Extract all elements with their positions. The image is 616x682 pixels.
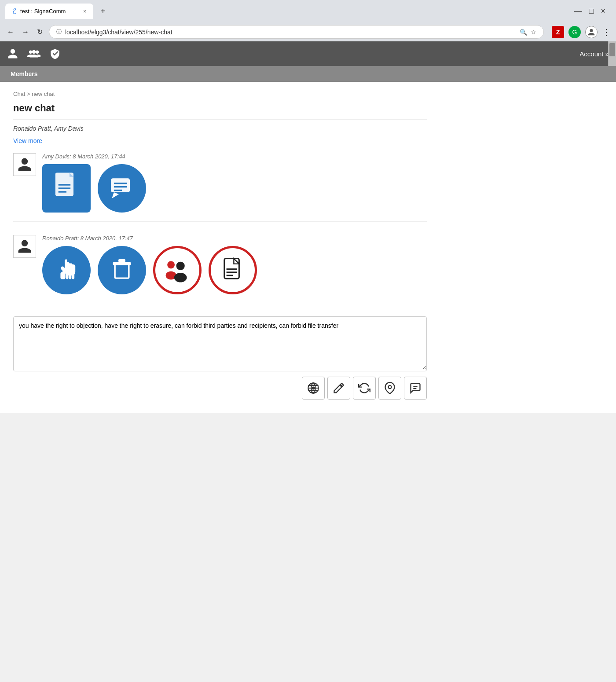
nav-bar-inner: Members xyxy=(11,70,605,77)
breadcrumb: Chat > new chat xyxy=(13,91,427,97)
svg-rect-13 xyxy=(72,269,74,279)
hand-icon-button[interactable] xyxy=(42,246,91,294)
browser-nav: ← → ↻ ⓘ localhost/elgg3/chat/view/255/ne… xyxy=(0,22,616,41)
refresh-button[interactable]: ↻ xyxy=(35,26,44,38)
address-bar-icons: 🔍 ☆ xyxy=(520,29,536,36)
browser-tab[interactable]: ℰ test : SignaComm × xyxy=(5,4,93,19)
browser-titlebar: ℰ test : SignaComm × + — □ × xyxy=(0,0,616,22)
trash-icon-button[interactable] xyxy=(98,246,146,294)
extension-grammarly-icon[interactable]: G xyxy=(568,26,581,38)
members-list: Ronaldo Pratt, Amy Davis xyxy=(13,125,427,132)
members-nav-item[interactable]: Members xyxy=(11,70,37,77)
refresh-button[interactable] xyxy=(353,377,376,400)
chat-message: Ronaldo Pratt: 8 March 2020, 17:47 xyxy=(13,235,427,303)
user-icon[interactable] xyxy=(7,48,18,59)
page-title: new chat xyxy=(13,103,427,120)
main-content: Chat > new chat new chat Ronaldo Pratt, … xyxy=(0,82,440,413)
browser-toolbar-right: Z G ⋮ xyxy=(552,26,611,38)
window-maximize[interactable]: □ xyxy=(589,7,594,16)
profile-button[interactable] xyxy=(585,26,598,38)
message-body: Amy Davis: 8 March 2020, 17:44 xyxy=(42,153,427,213)
breadcrumb-parent[interactable]: Chat xyxy=(13,91,25,97)
people-icon-button[interactable] xyxy=(153,246,202,294)
chat-toolbar xyxy=(13,377,427,400)
chat-bubble-icon-button[interactable] xyxy=(98,164,146,213)
svg-point-25 xyxy=(174,273,187,282)
edit-button[interactable] xyxy=(327,377,350,400)
breadcrumb-separator: > xyxy=(25,91,32,97)
message-icons xyxy=(42,164,427,213)
nav-bar: Members xyxy=(0,66,616,82)
message-body: Ronaldo Pratt: 8 March 2020, 17:47 xyxy=(42,235,427,294)
file-outline-icon-button[interactable] xyxy=(209,246,257,294)
chat-input-area[interactable]: you have the right to objection, have th… xyxy=(13,316,427,371)
scrollbar[interactable] xyxy=(608,41,616,66)
file-icon-button[interactable] xyxy=(42,164,91,213)
browser-menu-button[interactable]: ⋮ xyxy=(602,27,611,37)
topbar-icons xyxy=(7,48,61,59)
chat-message: Amy Davis: 8 March 2020, 17:44 xyxy=(13,153,427,222)
view-more-link[interactable]: View more xyxy=(13,137,42,144)
message-icons xyxy=(42,246,427,294)
svg-rect-17 xyxy=(118,259,125,262)
account-link[interactable]: Account » xyxy=(579,50,609,58)
message-meta: Amy Davis: 8 March 2020, 17:44 xyxy=(42,153,427,160)
svg-point-36 xyxy=(312,387,315,390)
tab-favicon: ℰ xyxy=(12,7,17,15)
group-icon[interactable] xyxy=(27,48,40,59)
avatar xyxy=(13,235,36,258)
address-bar[interactable]: ⓘ localhost/elgg3/chat/view/255/new-chat… xyxy=(49,25,544,39)
tab-close-button[interactable]: × xyxy=(83,8,86,15)
window-close[interactable]: × xyxy=(601,7,605,16)
forward-button[interactable]: → xyxy=(20,26,31,38)
svg-rect-12 xyxy=(69,268,72,279)
lock-icon: ⓘ xyxy=(56,28,62,36)
scrollbar-thumb xyxy=(609,43,615,56)
back-button[interactable]: ← xyxy=(5,26,16,38)
message-meta: Ronaldo Pratt: 8 March 2020, 17:47 xyxy=(42,235,427,242)
svg-point-24 xyxy=(176,262,185,270)
svg-rect-11 xyxy=(66,267,69,279)
url-text: localhost/elgg3/chat/view/255/new-chat xyxy=(65,29,516,36)
comment-button[interactable] xyxy=(404,377,427,400)
app-topbar: Account » xyxy=(0,41,616,66)
chat-input[interactable]: you have the right to objection, have th… xyxy=(14,317,426,370)
svg-rect-14 xyxy=(60,272,64,279)
shield-icon[interactable] xyxy=(49,48,61,59)
svg-point-22 xyxy=(167,261,175,269)
avatar xyxy=(13,153,36,176)
browser-chrome: ℰ test : SignaComm × + — □ × ← → ↻ ⓘ loc… xyxy=(0,0,616,41)
tab-title: test : SignaComm xyxy=(20,8,66,15)
window-minimize[interactable]: — xyxy=(574,7,582,16)
globe-button[interactable] xyxy=(302,377,325,400)
new-tab-button[interactable]: + xyxy=(97,4,109,18)
breadcrumb-current: new chat xyxy=(32,91,55,97)
svg-point-39 xyxy=(389,385,392,389)
search-icon[interactable]: 🔍 xyxy=(520,29,527,36)
app-container: Account » Members Chat > new chat new ch… xyxy=(0,41,616,413)
svg-marker-6 xyxy=(112,192,119,198)
bookmark-icon[interactable]: ☆ xyxy=(531,29,536,36)
location-button[interactable] xyxy=(378,377,401,400)
extension-zapier-icon[interactable]: Z xyxy=(552,26,564,38)
